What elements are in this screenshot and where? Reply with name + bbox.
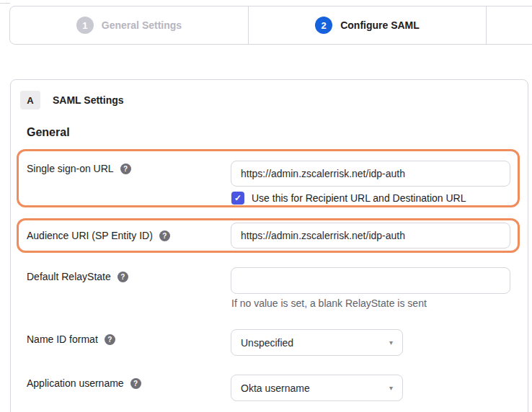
audience-uri-label: Audience URI (SP Entity ID) — [27, 230, 153, 241]
chevron-down-icon: ▾ — [389, 384, 393, 392]
sso-url-label: Single sign-on URL — [27, 163, 114, 174]
wizard-step-bar: 1 General Settings 2 Configure SAML — [9, 6, 532, 45]
name-id-format-value: Unspecified — [241, 337, 293, 349]
saml-settings-panel: A SAML Settings General Single sign-on U… — [10, 79, 528, 412]
relay-state-hint: If no value is set, a blank RelayState i… — [231, 297, 427, 309]
step-2-label: Configure SAML — [340, 19, 420, 31]
relay-state-label: Default RelayState — [27, 271, 111, 282]
sso-url-label-row: Single sign-on URL ? — [27, 161, 131, 176]
help-icon[interactable]: ? — [120, 164, 131, 174]
help-icon[interactable]: ? — [159, 230, 170, 241]
checkbox-checked-icon[interactable]: ✓ — [231, 192, 244, 205]
sso-url-input[interactable] — [231, 161, 510, 187]
name-id-format-label: Name ID format — [27, 333, 98, 345]
top-left-divider — [0, 3, 10, 4]
relay-state-input[interactable] — [231, 267, 510, 294]
section-a-badge: A — [20, 91, 40, 109]
step-configure-saml[interactable]: 2 Configure SAML — [248, 6, 486, 44]
step-general-settings[interactable]: 1 General Settings — [10, 6, 248, 44]
step-next-partial[interactable] — [486, 6, 532, 44]
relay-state-label-row: Default RelayState ? — [27, 269, 128, 284]
step-2-number-badge: 2 — [315, 17, 332, 34]
audience-uri-label-row: Audience URI (SP Entity ID) ? — [27, 228, 170, 243]
application-username-value: Okta username — [241, 382, 310, 394]
application-username-label: Application username — [27, 377, 124, 389]
name-id-format-select[interactable]: Unspecified ▾ — [231, 329, 403, 356]
recipient-url-checkbox-label: Use this for Recipient URL and Destinati… — [252, 192, 466, 204]
help-icon[interactable]: ? — [118, 272, 128, 282]
application-username-label-row: Application username ? — [27, 376, 141, 390]
audience-uri-input[interactable] — [231, 223, 510, 248]
step-1-number-badge: 1 — [76, 17, 94, 34]
panel-title: SAML Settings — [53, 94, 124, 106]
general-section-heading: General — [27, 126, 70, 139]
recipient-url-checkbox-row[interactable]: ✓ Use this for Recipient URL and Destina… — [231, 191, 466, 205]
name-id-format-label-row: Name ID format ? — [27, 332, 115, 346]
help-icon[interactable]: ? — [105, 334, 115, 345]
chevron-down-icon: ▾ — [389, 339, 393, 346]
application-username-select[interactable]: Okta username ▾ — [231, 375, 403, 401]
help-icon[interactable]: ? — [130, 378, 141, 389]
step-1-label: General Settings — [102, 19, 182, 31]
